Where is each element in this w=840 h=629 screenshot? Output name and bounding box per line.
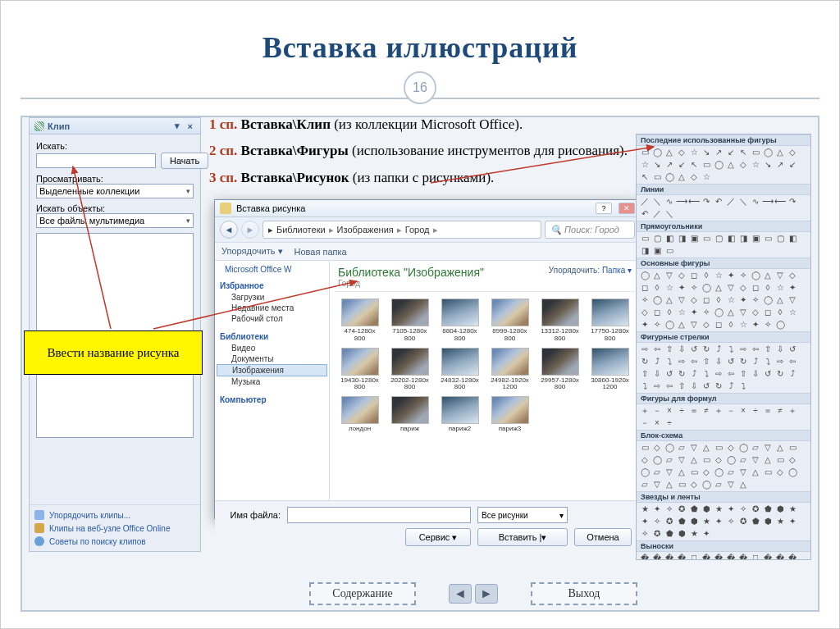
shape-glyph[interactable]: ☆	[640, 160, 650, 170]
shape-glyph[interactable]: －	[726, 406, 736, 416]
shape-glyph[interactable]: ▽	[775, 271, 785, 280]
shape-glyph[interactable]: �	[738, 554, 748, 560]
view-select[interactable]: Выделенные коллекции▾	[36, 184, 194, 198]
back-button[interactable]: ◄	[220, 221, 238, 239]
shape-glyph[interactable]: �	[714, 554, 724, 560]
shape-glyph[interactable]: ✪	[652, 529, 662, 539]
shape-glyph[interactable]: ⇦	[726, 369, 736, 379]
shape-glyph[interactable]: �	[701, 554, 711, 560]
shape-glyph[interactable]: ◊	[726, 320, 736, 330]
shape-glyph[interactable]: ▭	[714, 443, 724, 453]
sidebar-item[interactable]: Музыка	[217, 376, 327, 387]
shape-glyph[interactable]: ↻	[738, 357, 748, 367]
shape-glyph[interactable]: ▭	[640, 234, 650, 244]
sidebar-item[interactable]: Рабочий стол	[217, 313, 327, 324]
shape-glyph[interactable]: ↺	[726, 357, 736, 367]
shape-glyph[interactable]: ◯	[652, 455, 662, 465]
shape-glyph[interactable]: ⬢	[701, 504, 711, 514]
thumbnail[interactable]: 17750-1280x800	[587, 299, 633, 343]
shape-glyph[interactable]: ✦	[652, 504, 662, 514]
shape-glyph[interactable]: △	[763, 271, 773, 280]
shape-glyph[interactable]: △	[775, 295, 785, 305]
organize-menu[interactable]: Упорядочить ▾	[221, 246, 283, 257]
shape-glyph[interactable]: ☆	[677, 308, 687, 317]
shape-glyph[interactable]: ∿	[751, 197, 760, 207]
shape-glyph[interactable]: ✪	[677, 504, 687, 514]
shape-glyph[interactable]: ÷	[677, 406, 687, 416]
shape-glyph[interactable]: ↘	[701, 148, 711, 157]
shape-glyph[interactable]: ⇨	[677, 357, 687, 367]
shape-glyph[interactable]: ◻	[689, 271, 699, 280]
shape-glyph[interactable]: �	[640, 554, 650, 560]
shape-glyph[interactable]: ⤵	[701, 369, 711, 379]
shape-glyph[interactable]: △	[701, 443, 711, 453]
shape-glyph[interactable]: ▱	[664, 455, 674, 465]
shape-glyph[interactable]: ▣	[652, 246, 662, 256]
shape-glyph[interactable]: ▱	[751, 443, 760, 453]
shape-glyph[interactable]: ▢	[714, 234, 724, 244]
thumbnail[interactable]: 24982-1920x1200	[486, 348, 533, 392]
shape-glyph[interactable]: ◇	[738, 283, 748, 293]
sidebar-item[interactable]: Загрузки	[217, 292, 327, 303]
sort-menu[interactable]: Папка ▾	[602, 266, 632, 275]
shape-glyph[interactable]: �	[664, 554, 674, 560]
shape-glyph[interactable]: ◯	[652, 295, 662, 305]
shape-glyph[interactable]: ▽	[677, 455, 687, 465]
shape-glyph[interactable]: ↺	[788, 344, 797, 354]
cancel-button[interactable]: Отмена	[574, 528, 632, 546]
shape-glyph[interactable]: ◇	[640, 308, 650, 317]
shape-glyph[interactable]: ⇧	[763, 344, 773, 354]
shape-glyph[interactable]: ▭	[701, 455, 711, 465]
shape-glyph[interactable]: ／	[652, 209, 662, 219]
shape-glyph[interactable]: ◇	[701, 467, 711, 477]
shape-glyph[interactable]: ⇨	[738, 344, 748, 354]
shape-glyph[interactable]: ⬟	[677, 517, 687, 526]
filename-input[interactable]	[287, 507, 471, 523]
shape-glyph[interactable]: ⇦	[788, 357, 797, 367]
shape-glyph[interactable]: ×	[664, 406, 674, 416]
shape-glyph[interactable]: ▭	[788, 443, 797, 453]
shape-glyph[interactable]: ✪	[738, 517, 748, 526]
shape-glyph[interactable]: ◯	[664, 172, 674, 182]
shape-glyph[interactable]: ↻	[714, 381, 724, 391]
shape-glyph[interactable]: ◯	[714, 160, 724, 170]
shape-glyph[interactable]: ✧	[738, 271, 748, 280]
shape-glyph[interactable]: ☆	[738, 320, 748, 330]
shape-glyph[interactable]: ＼	[652, 197, 662, 207]
shape-glyph[interactable]: ÷	[751, 406, 760, 416]
shape-glyph[interactable]: ✧	[738, 504, 748, 514]
shape-glyph[interactable]: ⤵	[640, 381, 650, 391]
shape-glyph[interactable]: ◧	[726, 234, 736, 244]
shape-glyph[interactable]: ⇧	[640, 369, 650, 379]
shape-glyph[interactable]: ▱	[738, 455, 748, 465]
shape-glyph[interactable]: ▭	[640, 443, 650, 453]
start-button[interactable]: Начать	[161, 153, 208, 169]
shape-glyph[interactable]: ＋	[640, 406, 650, 416]
shape-glyph[interactable]: ⎕	[689, 554, 699, 560]
close-button[interactable]: ✕	[619, 203, 635, 214]
thumbnail[interactable]: париж2	[436, 396, 483, 433]
shape-glyph[interactable]: ⇨	[775, 357, 785, 367]
shape-glyph[interactable]: ◇	[714, 455, 724, 465]
shape-glyph[interactable]: ◯	[701, 283, 711, 293]
shape-glyph[interactable]: ✦	[677, 283, 687, 293]
shape-glyph[interactable]: ☆	[788, 308, 797, 317]
shape-glyph[interactable]: △	[689, 455, 699, 465]
shape-glyph[interactable]: ▭	[677, 480, 687, 490]
shape-glyph[interactable]: ▣	[689, 234, 699, 244]
shape-glyph[interactable]: ✦	[689, 308, 699, 317]
shape-glyph[interactable]: △	[738, 480, 748, 490]
shape-glyph[interactable]: ⤵	[738, 381, 748, 391]
shape-glyph[interactable]: ▭	[763, 467, 773, 477]
shape-glyph[interactable]: ✧	[640, 529, 650, 539]
shape-glyph[interactable]: ✧	[701, 308, 711, 317]
shape-glyph[interactable]: ◧	[788, 234, 797, 244]
thumbnail[interactable]: 474-1280x800	[336, 299, 383, 343]
shape-glyph[interactable]: ✦	[738, 295, 748, 305]
shape-glyph[interactable]: ⤵	[726, 344, 736, 354]
shape-glyph[interactable]: ▭	[689, 467, 699, 477]
shape-glyph[interactable]: ◨	[640, 246, 650, 256]
shape-glyph[interactable]: ⬟	[689, 504, 699, 514]
shape-glyph[interactable]: ◇	[701, 320, 711, 330]
shape-glyph[interactable]: －	[640, 418, 650, 428]
